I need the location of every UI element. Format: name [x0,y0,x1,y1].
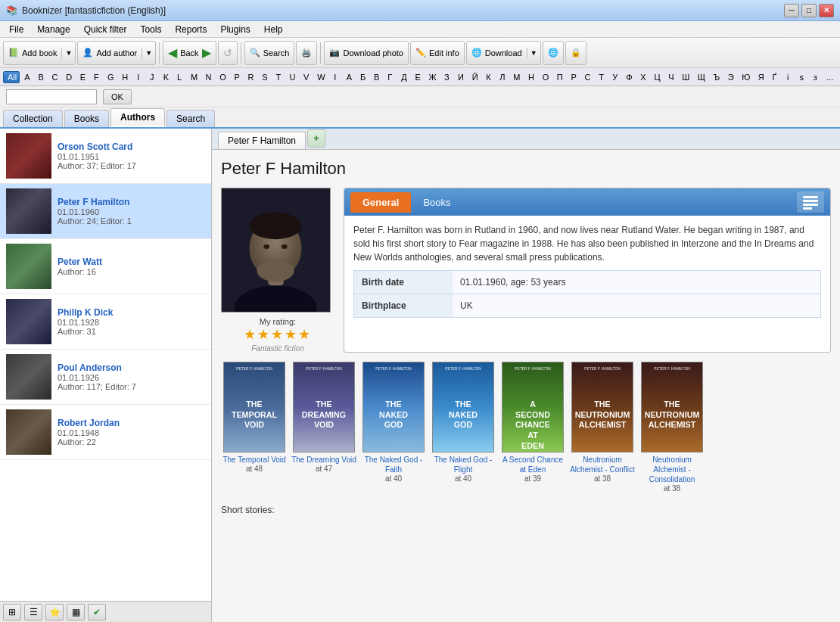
alpha-btn-_[interactable]: Ю [737,71,753,83]
add-book-arrow[interactable]: ▼ [61,48,75,58]
table-view-button[interactable]: ▦ [67,604,85,620]
star-button[interactable]: ⭐ [45,604,64,620]
alpha-btn-_[interactable]: Э [723,71,738,83]
alpha-btn-w[interactable]: W [313,71,328,83]
info-tab-books[interactable]: Books [411,192,462,213]
minimize-button[interactable]: ─ [784,4,799,17]
menu-manage[interactable]: Manage [31,23,76,36]
book-item[interactable]: PETER F. HAMILTONTHEDREAMINGVOIDThe Drea… [291,362,357,493]
search-button[interactable]: 🔍 Search [244,41,295,65]
alpha-btn-_[interactable]: Т [594,71,608,83]
add-tab-button[interactable]: + [307,129,325,148]
author-list-item[interactable]: Peter WattAuthor: 16 [0,239,211,294]
book-item[interactable]: PETER F. HAMILTONTHENAKEDGODThe Naked Go… [360,362,427,493]
add-author-button[interactable]: 👤 Add author ▼ [77,41,156,65]
alpha-btn-_[interactable]: Щ [693,71,709,83]
menu-tools[interactable]: Tools [134,23,167,36]
lock-button[interactable]: 🔒 [565,41,586,65]
alpha-btn-_[interactable]: Б [356,71,369,83]
refresh-button[interactable]: ↺ [218,41,238,65]
download-photo-button[interactable]: 📷 Download photo [324,41,409,65]
alpha-btn-l[interactable]: L [173,71,186,83]
ok-button[interactable]: OK [103,89,132,104]
alpha-btn-_[interactable]: Н [524,71,538,83]
info-tab-icon[interactable] [797,191,824,213]
alpha-btn-i[interactable]: I [132,71,145,83]
menu-file[interactable]: File [3,23,30,36]
info-tab-general[interactable]: General [350,192,411,213]
alpha-btn-_[interactable]: О [538,71,552,83]
menu-quick-filter[interactable]: Quick filter [78,23,133,36]
alpha-btn-b[interactable]: B [33,71,47,83]
alpha-btn-_[interactable]: Я [754,71,768,83]
alpha-btn-e[interactable]: E [76,71,89,83]
alpha-btn-_[interactable]: Е [410,71,424,83]
web-button[interactable]: 🌐 [543,41,564,65]
alpha-btn-_[interactable]: Ъ [708,71,723,83]
alpha-btn-_[interactable]: П [552,71,567,83]
alpha-btn-t[interactable]: T [271,71,285,83]
alpha-btn-_[interactable]: ѕ [795,71,808,83]
maximize-button[interactable]: □ [801,4,817,17]
alpha-btn-p[interactable]: P [229,71,243,83]
alpha-btn-_[interactable]: И [453,71,468,83]
alpha-btn-m[interactable]: M [186,71,201,83]
grid-view-button[interactable]: ⊞ [3,604,21,620]
book-item[interactable]: PETER F. HAMILTONTHENAKEDGODThe Naked Go… [430,362,496,493]
alpha-btn-n[interactable]: N [201,71,216,83]
close-button[interactable]: ✕ [819,4,834,17]
tab-search[interactable]: Search [166,110,215,127]
alpha-btn-a[interactable]: A [20,71,33,83]
alpha-btn-_[interactable]: і [781,71,795,83]
alpha-btn-_[interactable]: Л [495,71,509,83]
alpha-btn-_[interactable]: В [369,71,383,83]
back-button[interactable]: ◀ Back ▶ [163,41,216,65]
alpha-btn-_[interactable]: Ф [621,71,636,83]
alpha-btn-r[interactable]: R [244,71,258,83]
alpha-btn-___[interactable]: ... [822,71,837,83]
alpha-btn-_[interactable]: Г [383,71,397,83]
author-list-item[interactable]: Orson Scott Card01.01.1951Author: 37; Ed… [0,129,211,184]
alpha-btn-all[interactable]: All [3,71,20,83]
book-item[interactable]: PETER F. HAMILTONTHENEUTRONIUMALCHEMISTN… [569,362,636,493]
menu-help[interactable]: Help [258,23,289,36]
list-view-button[interactable]: ☰ [24,604,42,620]
menu-reports[interactable]: Reports [169,23,213,36]
author-list-item[interactable]: Philip K Dick01.01.1928Author: 31 [0,294,211,350]
alpha-btn-_[interactable]: А [342,71,356,83]
alpha-btn-_[interactable]: Ґ [767,71,781,83]
alpha-btn-s[interactable]: S [257,71,271,83]
download-button[interactable]: 🌐 Download ▼ [466,41,541,65]
author-list-item[interactable]: Poul Anderson01.01.1926Author: 117; Edit… [0,350,211,405]
author-list-item[interactable]: Robert Jordan01.01.1948Author: 22 [0,405,211,460]
alpha-btn-v[interactable]: V [299,71,313,83]
alpha-btn-o[interactable]: O [215,71,229,83]
book-item[interactable]: PETER F. HAMILTONTHENEUTRONIUMALCHEMISTN… [639,362,705,493]
check-button[interactable]: ✔ [88,604,106,620]
add-author-arrow[interactable]: ▼ [142,48,155,58]
download-arrow[interactable]: ▼ [527,48,540,58]
alpha-btn-g[interactable]: G [103,71,117,83]
alpha-btn-_[interactable]: Ж [425,71,440,83]
alpha-btn-_[interactable]: Й [468,71,482,83]
alpha-btn-_[interactable]: С [580,71,595,83]
print-button[interactable]: 🖨️ [296,41,317,65]
book-item[interactable]: PETER F. HAMILTONTHETEMPORALVOIDThe Temp… [221,362,288,493]
alpha-btn-h[interactable]: H [117,71,132,83]
alpha-btn-f[interactable]: F [89,71,103,83]
alpha-btn-_[interactable]: Д [397,71,410,83]
alpha-btn-_[interactable]: Ш [677,71,692,83]
alpha-btn-_[interactable]: Ц [649,71,664,83]
alpha-btn-_[interactable]: У [608,71,621,83]
book-item[interactable]: PETER F. HAMILTONASECONDCHANCEATEDENA Se… [499,362,566,493]
alpha-btn-_[interactable]: Ч [664,71,677,83]
menu-plugins[interactable]: Plugins [214,23,256,36]
alpha-btn-_[interactable]: М [509,71,524,83]
tab-books[interactable]: Books [64,110,109,127]
alpha-btn-i[interactable]: I [328,71,342,83]
alpha-btn-c[interactable]: C [48,71,62,83]
alpha-btn-j[interactable]: J [145,71,159,83]
alpha-btn-_[interactable]: з [808,71,822,83]
author-list-item[interactable]: Peter F Hamilton01.01.1960Author: 24; Ed… [0,184,211,239]
add-book-button[interactable]: 📗 Add book ▼ [3,41,76,65]
